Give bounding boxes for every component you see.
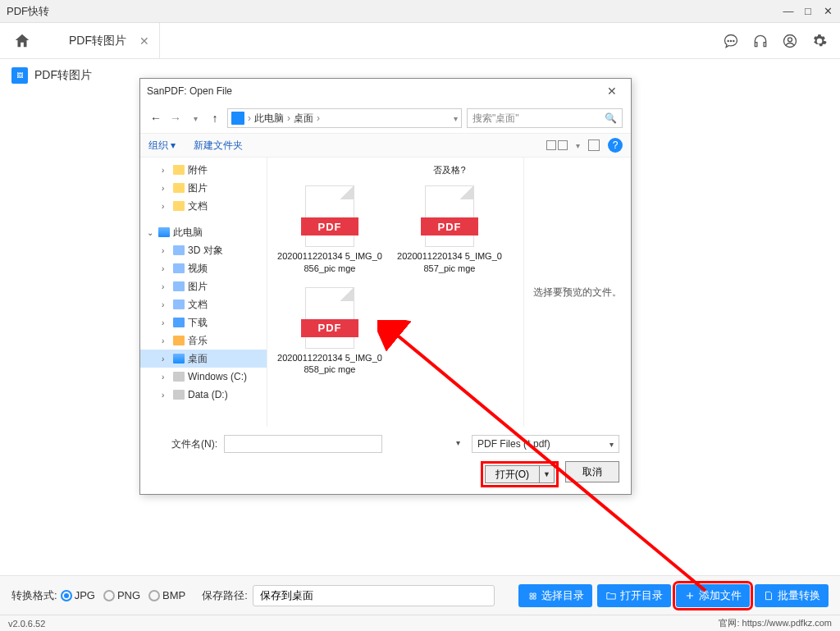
bottom-bar: 转换格式: JPG PNG BMP 保存路径: 选择目录 打开目录 添加文件 批… [0,575,840,615]
preview-pane-button[interactable] [588,139,600,151]
radio-jpg[interactable]: JPG [61,589,95,601]
tree-3d-objects[interactable]: ›3D 对象 [140,241,267,259]
filename-dropdown[interactable]: ▾ [456,438,460,447]
svg-point-0 [727,39,729,42]
tree-music[interactable]: ›音乐 [140,332,267,350]
add-file-label: 添加文件 [699,588,742,603]
help-icon[interactable]: ? [608,138,623,153]
file-tile[interactable]: PDF 2020011220134 5_IMG_0856_pic mge [274,182,386,277]
new-folder-button[interactable]: 新建文件夹 [194,139,243,153]
close-button[interactable]: ✕ [822,5,833,17]
toolbar-row: PDF转图片 ✕ [0,23,840,59]
nav-back-button[interactable]: ← [148,112,163,125]
tree-docs-quick[interactable]: ›文档 [140,197,267,215]
image-icon: 🖼 [11,67,28,84]
app-title: PDF快转 [7,4,49,19]
website-text: 官网: https://www.pdfkz.com [719,617,832,629]
breadcrumb-sep: › [248,112,251,124]
nav-up-button[interactable]: ↑ [208,112,222,125]
breadcrumb[interactable]: › 此电脑 › 桌面 › ▾ [227,108,462,128]
save-path-input[interactable] [253,585,495,606]
open-file-dialog: SanPDF: Open File ✕ ← → ▾ ↑ › 此电脑 › 桌面 ›… [139,78,632,495]
svg-point-1 [730,39,733,42]
save-path-label: 保存路径: [202,588,248,603]
dialog-toolbar: 组织 ▾ 新建文件夹 ▾ ? [140,133,631,158]
tree-pictures[interactable]: ›图片 [140,277,267,295]
batch-convert-button[interactable]: 批量转换 [755,584,829,607]
tree-drive-d[interactable]: ›Data (D:) [140,386,267,404]
breadcrumb-folder[interactable]: 桌面 [294,112,313,126]
view-dropdown[interactable]: ▾ [576,141,580,150]
dialog-nav-row: ← → ▾ ↑ › 此电脑 › 桌面 › ▾ 搜索"桌面" 🔍 [140,103,631,133]
nav-recent-dropdown[interactable]: ▾ [188,114,203,123]
nav-forward-button[interactable]: → [168,112,183,125]
batch-convert-label: 批量转换 [778,588,820,603]
file-name: 2020011220134 5_IMG_0858_pic mge [276,352,384,376]
open-button-highlight: 打开(O) ▼ [481,461,559,487]
breadcrumb-sep: › [317,112,320,124]
file-tile[interactable]: PDF 2020011220134 5_IMG_0857_pic mge [394,182,505,277]
chevron-down-icon: ▾ [609,440,614,449]
version-text: v2.0.6.52 [8,619,45,629]
organize-menu[interactable]: 组织 ▾ [148,139,176,153]
filename-label: 文件名(N): [152,437,217,451]
maximize-button[interactable]: □ [802,5,814,17]
choose-dir-button[interactable]: 选择目录 [518,584,592,607]
tab-label: PDF转图片 [69,34,126,48]
preview-panel: 选择要预览的文件。 [524,158,631,427]
pdf-badge: PDF [301,319,358,337]
radio-png[interactable]: PNG [103,589,140,601]
chat-icon[interactable] [722,32,740,50]
open-split-button[interactable]: ▼ [540,465,555,483]
home-icon [13,32,31,50]
add-file-button[interactable]: 添加文件 [676,584,750,607]
breadcrumb-dropdown[interactable]: ▾ [454,114,458,123]
open-dir-button[interactable]: 打开目录 [597,584,671,607]
dialog-close-button[interactable]: ✕ [600,85,624,98]
tab-close-button[interactable]: ✕ [139,34,149,48]
choose-dir-label: 选择目录 [541,588,584,603]
breadcrumb-sep: › [287,112,290,124]
file-list-panel[interactable]: 否及格? PDF 2020011220134 5_IMG_0856_pic mg… [267,158,524,427]
cancel-button[interactable]: 取消 [565,461,619,482]
sidebar-item-label: PDF转图片 [34,68,92,83]
file-name: 2020011220134 5_IMG_0856_pic mge [276,250,384,274]
action-buttons: 选择目录 打开目录 添加文件 批量转换 [518,584,829,607]
pc-icon [231,112,244,125]
headphones-icon[interactable] [751,32,769,50]
tree-attachments[interactable]: ›附件 [140,161,267,179]
window-controls: — □ ✕ [783,5,833,17]
radio-bmp[interactable]: BMP [148,589,185,601]
app-titlebar: PDF快转 — □ ✕ [0,0,840,23]
tree-this-pc[interactable]: ⌄此电脑 [140,223,267,241]
user-icon[interactable] [781,32,799,50]
tree-drive-c[interactable]: ›Windows (C:) [140,368,267,386]
search-input[interactable]: 搜索"桌面" 🔍 [467,108,623,128]
tab-pdf-to-image[interactable]: PDF转图片 ✕ [44,23,160,58]
file-tile-truncated[interactable]: 否及格? [394,162,505,176]
home-button[interactable] [0,23,44,58]
pdf-badge: PDF [421,217,478,235]
breadcrumb-root[interactable]: 此电脑 [254,112,284,126]
preview-hint: 选择要预览的文件。 [533,286,622,299]
open-button[interactable]: 打开(O) [485,465,540,483]
file-tile[interactable]: PDF 2020011220134 5_IMG_0858_pic mge [274,284,386,379]
filename-input[interactable] [224,435,382,453]
header-right-icons [722,32,840,50]
file-tile-truncated[interactable] [274,162,386,176]
folder-tree[interactable]: ›附件 ›图片 ›文档 ⌄此电脑 ›3D 对象 ›视频 ›图片 ›文档 ›下载 … [140,158,267,427]
pdf-badge: PDF [301,217,358,235]
format-radio-group: JPG PNG BMP [61,589,186,601]
tree-desktop[interactable]: ›桌面 [140,350,267,368]
file-type-filter[interactable]: PDF Files (*.pdf) ▾ [472,435,619,453]
minimize-button[interactable]: — [783,5,794,17]
tree-videos[interactable]: ›视频 [140,259,267,277]
tree-documents[interactable]: ›文档 [140,295,267,313]
tree-downloads[interactable]: ›下载 [140,313,267,332]
tree-pictures-quick[interactable]: ›图片 [140,179,267,197]
search-placeholder: 搜索"桌面" [472,112,519,126]
radio-png-label: PNG [117,589,140,601]
gear-icon[interactable] [810,32,829,50]
dialog-body: ›附件 ›图片 ›文档 ⌄此电脑 ›3D 对象 ›视频 ›图片 ›文档 ›下载 … [140,158,631,427]
view-mode-button[interactable] [546,140,568,150]
